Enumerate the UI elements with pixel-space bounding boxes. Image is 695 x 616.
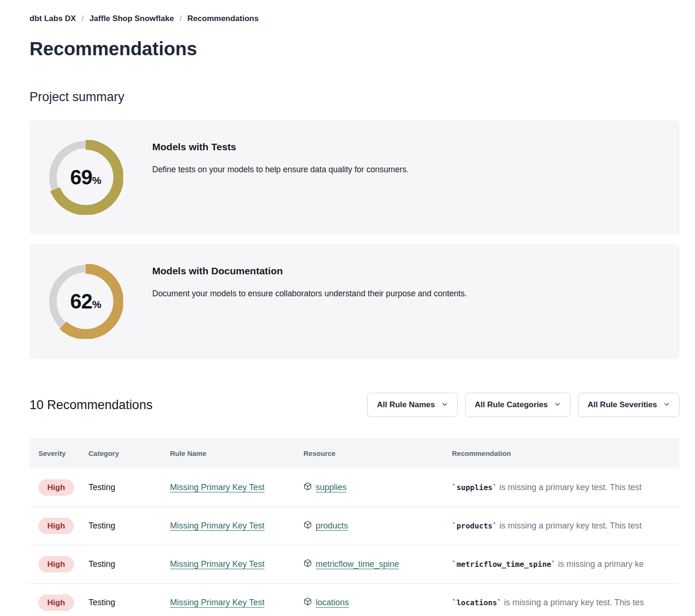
table-row: High Testing Missing Primary Key Test me…: [30, 545, 680, 584]
breadcrumb-separator: /: [81, 14, 84, 23]
rule-name-link[interactable]: Missing Primary Key Test: [170, 598, 265, 607]
resource-link[interactable]: supplies: [316, 483, 347, 492]
package-cube-icon: [303, 559, 312, 570]
recommendations-count-heading: 10 Recommendations: [30, 398, 153, 412]
recommendation-cell: `products` is missing a primary key test…: [452, 521, 680, 531]
table-row: High Testing Missing Primary Key Test pr…: [30, 507, 680, 545]
breadcrumb-item-current: Recommendations: [187, 14, 259, 23]
filter-rule-severities-dropdown[interactable]: All Rule Severities: [578, 393, 680, 417]
package-cube-icon: [303, 482, 312, 493]
resource-code: `supplies`: [452, 483, 497, 492]
recommendation-text: is missing a primary key test. This test: [497, 521, 642, 530]
card-title: Models with Tests: [152, 141, 409, 153]
column-header-category: Category: [89, 449, 170, 457]
card-content: Models with Tests Define tests on your m…: [152, 141, 409, 175]
severity-badge: High: [38, 594, 74, 611]
card-title: Models with Documentation: [152, 265, 467, 277]
donut-label: 62 %: [48, 264, 123, 339]
filter-label: All Rule Categories: [475, 400, 548, 410]
resource-code: `metricflow_time_spine`: [452, 560, 556, 569]
chevron-down-icon: [555, 400, 561, 410]
recommendations-page: dbt Labs DX / Jaffle Shop Snowflake / Re…: [30, 0, 680, 616]
card-content: Models with Documentation Document your …: [152, 265, 467, 299]
recommendations-table: Severity Category Rule Name Resource Rec…: [30, 438, 680, 616]
recommendation-cell: `locations` is missing a primary key tes…: [452, 598, 680, 608]
project-summary-heading: Project summary: [30, 90, 680, 104]
percent-value: 69: [70, 166, 92, 189]
percent-value: 62: [70, 290, 92, 313]
resource-link[interactable]: metricflow_time_spine: [316, 559, 399, 569]
breadcrumb-item-project[interactable]: dbt Labs DX: [30, 14, 76, 23]
rule-name-link[interactable]: Missing Primary Key Test: [170, 559, 265, 569]
package-cube-icon: [303, 597, 312, 608]
severity-badge: High: [38, 479, 74, 496]
percent-sign: %: [92, 299, 102, 311]
donut-label: 69 %: [48, 140, 123, 215]
table-header-row: Severity Category Rule Name Resource Rec…: [30, 438, 680, 469]
summary-card-tests: 69 % Models with Tests Define tests on y…: [30, 120, 680, 235]
breadcrumb-item-environment[interactable]: Jaffle Shop Snowflake: [89, 14, 174, 23]
resource-code: `locations`: [452, 598, 502, 607]
filter-rule-categories-dropdown[interactable]: All Rule Categories: [465, 393, 570, 417]
recommendation-text: is missing a primary ke: [556, 559, 644, 569]
resource-code: `products`: [452, 521, 497, 530]
tests-donut-chart: 69 %: [48, 140, 123, 215]
chevron-down-icon: [442, 400, 448, 410]
breadcrumb: dbt Labs DX / Jaffle Shop Snowflake / Re…: [30, 14, 680, 23]
recommendation-cell: `metricflow_time_spine` is missing a pri…: [452, 559, 680, 569]
chevron-down-icon: [664, 400, 670, 410]
percent-sign: %: [92, 175, 102, 187]
recommendation-text: is missing a primary key test. This tes: [502, 598, 644, 607]
category-cell: Testing: [89, 521, 170, 531]
table-row: High Testing Missing Primary Key Test lo…: [30, 584, 680, 616]
recommendations-header: 10 Recommendations All Rule Names All Ru…: [30, 393, 680, 417]
category-cell: Testing: [89, 483, 170, 492]
category-cell: Testing: [89, 559, 170, 569]
column-header-recommendation: Recommendation: [452, 449, 680, 457]
table-row: High Testing Missing Primary Key Test su…: [30, 469, 680, 507]
severity-badge: High: [38, 518, 74, 534]
resource-link[interactable]: locations: [316, 598, 349, 608]
filter-rule-names-dropdown[interactable]: All Rule Names: [367, 393, 458, 417]
recommendation-cell: `supplies` is missing a primary key test…: [452, 483, 680, 492]
category-cell: Testing: [89, 598, 170, 608]
page-title: Recommendations: [30, 37, 680, 60]
card-description: Define tests on your models to help ensu…: [152, 165, 409, 175]
filter-label: All Rule Severities: [588, 400, 657, 410]
summary-card-documentation: 62 % Models with Documentation Document …: [30, 244, 680, 359]
filters: All Rule Names All Rule Categories All R…: [367, 393, 680, 417]
docs-donut-chart: 62 %: [48, 264, 123, 339]
rule-name-link[interactable]: Missing Primary Key Test: [170, 521, 265, 530]
package-cube-icon: [303, 521, 312, 531]
column-header-rule-name: Rule Name: [170, 449, 303, 457]
column-header-resource: Resource: [303, 449, 452, 457]
recommendation-text: is missing a primary key test. This test: [497, 483, 642, 492]
rule-name-link[interactable]: Missing Primary Key Test: [170, 483, 265, 492]
column-header-severity: Severity: [30, 449, 89, 457]
filter-label: All Rule Names: [377, 400, 435, 410]
card-description: Document your models to ensure collabora…: [152, 289, 467, 299]
severity-badge: High: [38, 556, 74, 572]
resource-link[interactable]: products: [316, 521, 348, 531]
breadcrumb-separator: /: [179, 14, 182, 23]
